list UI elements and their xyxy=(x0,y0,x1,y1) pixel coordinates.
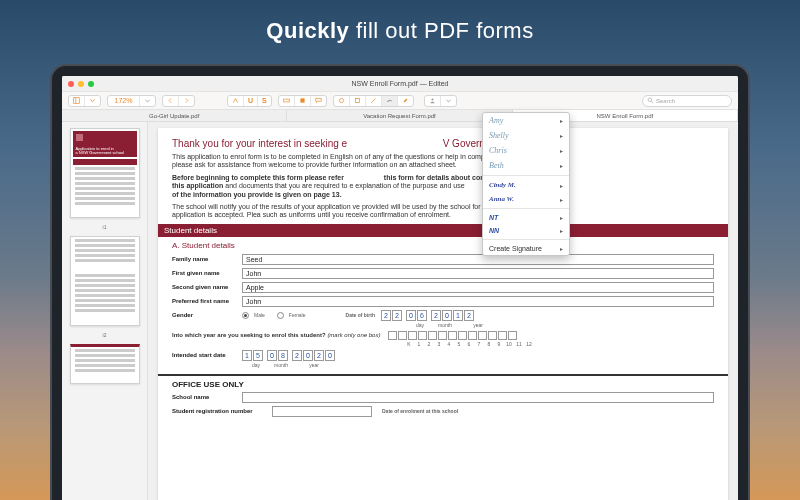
year-box-K[interactable] xyxy=(388,331,397,340)
signature-item-shelly[interactable]: Shelly▸ xyxy=(483,128,569,143)
nav-segment xyxy=(68,95,101,107)
comment-tool-button[interactable] xyxy=(311,96,326,106)
thumbnail-2-label: i2 xyxy=(68,332,141,338)
zoom-select[interactable]: 172% xyxy=(108,96,140,106)
tab-vacation-request[interactable]: Vacation Request Form.pdf xyxy=(287,110,512,121)
school-name-label: School name xyxy=(172,394,242,400)
dob-label: Date of birth xyxy=(346,312,375,318)
registration-field[interactable] xyxy=(272,406,372,417)
draw-tool-button[interactable] xyxy=(366,96,382,106)
year-box-3[interactable] xyxy=(418,331,427,340)
window-titlebar: NSW Enroll Form.pdf — Edited xyxy=(62,76,738,92)
year-label-11: 11 xyxy=(514,341,524,347)
signature-item-cindy[interactable]: Cindy M.▸ xyxy=(483,178,569,192)
second-name-label: Second given name xyxy=(172,284,242,290)
year-label-2: 2 xyxy=(424,341,434,347)
gender-female-radio[interactable] xyxy=(277,312,284,319)
dropdown-chevron-icon[interactable] xyxy=(85,96,100,106)
svg-point-6 xyxy=(431,98,433,100)
family-name-field[interactable]: Seed xyxy=(242,254,714,265)
enrol-year-label: Into which year are you seeking to enrol… xyxy=(172,332,380,338)
year-box-7[interactable] xyxy=(458,331,467,340)
forward-button[interactable] xyxy=(179,96,194,106)
signature-item-beth[interactable]: Beth▸ xyxy=(483,158,569,173)
highlight-tool-button[interactable] xyxy=(228,96,244,106)
pref-name-label: Preferred first name xyxy=(172,298,242,304)
chevron-right-icon: ▸ xyxy=(560,117,563,124)
signature-item-nt[interactable]: NT▸ xyxy=(483,211,569,224)
year-box-11[interactable] xyxy=(498,331,507,340)
year-box-1[interactable] xyxy=(398,331,407,340)
sidebar-toggle-button[interactable] xyxy=(69,96,85,106)
second-name-field[interactable]: Apple xyxy=(242,282,714,293)
intro-para-1: This application to enrol form is to be … xyxy=(172,153,714,170)
toolbar: 172% U S xyxy=(62,92,738,110)
year-box-6[interactable] xyxy=(448,331,457,340)
year-box-5[interactable] xyxy=(438,331,447,340)
family-name-label: Family name xyxy=(172,256,242,262)
chevron-down-icon[interactable] xyxy=(140,96,155,106)
year-box-9[interactable] xyxy=(478,331,487,340)
create-signature-item[interactable]: Create Signature▸ xyxy=(483,242,569,255)
search-input[interactable]: Search xyxy=(642,95,732,107)
pref-name-field[interactable]: John xyxy=(242,296,714,307)
date-enrolment-label: Date of enrolment at this school xyxy=(382,408,458,414)
section-a-heading: A. Student details xyxy=(172,241,714,250)
svg-point-7 xyxy=(648,98,652,102)
user-button[interactable] xyxy=(425,96,441,106)
gender-male-radio[interactable] xyxy=(242,312,249,319)
year-label-10: 10 xyxy=(504,341,514,347)
signature-item-amy[interactable]: Amy▸ xyxy=(483,113,569,128)
gender-male-label: Male xyxy=(254,312,265,318)
year-box-10[interactable] xyxy=(488,331,497,340)
eraser-tool-button[interactable] xyxy=(398,96,413,106)
year-box-2[interactable] xyxy=(408,331,417,340)
stamp-tool-button[interactable] xyxy=(334,96,350,106)
svg-line-8 xyxy=(651,101,653,103)
page-thumbnail-2[interactable] xyxy=(70,236,140,326)
thumbnail-1-label: i1 xyxy=(68,224,141,230)
intro-para-2: Before beginning to complete this form p… xyxy=(172,174,714,199)
year-box-8[interactable] xyxy=(468,331,477,340)
intended-date-label: Intended start date xyxy=(172,352,242,358)
svg-rect-5 xyxy=(355,98,359,102)
strikethrough-tool-button[interactable]: S xyxy=(258,96,271,106)
text-tool-button[interactable] xyxy=(279,96,295,106)
page-viewport[interactable]: Thank you for your interest in seeking e… xyxy=(148,122,738,500)
shape-tool-button[interactable] xyxy=(350,96,366,106)
student-details-banner: Student details xyxy=(158,224,728,237)
window-title: NSW Enroll Form.pdf — Edited xyxy=(62,80,738,87)
year-label-4: 4 xyxy=(444,341,454,347)
first-name-field[interactable]: John xyxy=(242,268,714,279)
svg-rect-0 xyxy=(74,98,80,104)
svg-rect-2 xyxy=(283,99,289,102)
intended-date-boxes[interactable]: 15 08 2020 xyxy=(242,350,335,361)
svg-rect-3 xyxy=(300,98,304,102)
school-name-field[interactable] xyxy=(242,392,714,403)
laptop-frame: NSW Enroll Form.pdf — Edited 172% xyxy=(50,64,750,478)
underline-tool-button[interactable]: U xyxy=(244,96,258,106)
signature-menu: Amy▸ Shelly▸ Chris▸ Beth▸ Cindy M.▸ Anna… xyxy=(482,112,570,256)
note-tool-button[interactable] xyxy=(295,96,311,106)
signature-tool-button[interactable] xyxy=(382,96,398,106)
document-tabs: Go-Girl Update.pdf Vacation Request Form… xyxy=(62,110,738,122)
tab-go-girl[interactable]: Go-Girl Update.pdf xyxy=(62,110,287,121)
chevron-down-icon[interactable] xyxy=(441,96,456,106)
marketing-headline: Quickly fill out PDF forms xyxy=(0,18,800,44)
back-button[interactable] xyxy=(163,96,179,106)
year-box-12[interactable] xyxy=(508,331,517,340)
year-box-4[interactable] xyxy=(428,331,437,340)
year-label-9: 9 xyxy=(494,341,504,347)
annotation-tools: U S xyxy=(227,95,272,107)
enrol-year-boxes[interactable] xyxy=(388,331,517,340)
page-thumbnail-3[interactable] xyxy=(70,344,140,384)
signature-item-chris[interactable]: Chris▸ xyxy=(483,143,569,158)
svg-point-4 xyxy=(339,98,343,102)
search-icon xyxy=(647,97,654,104)
signature-item-anna[interactable]: Anna W.▸ xyxy=(483,192,569,206)
intro-para-3: The school will notify you of the result… xyxy=(172,203,714,220)
signature-item-nn[interactable]: NN▸ xyxy=(483,224,569,237)
dob-boxes[interactable]: 22 06 2012 xyxy=(381,310,474,321)
thumbnail-sidebar: Application to enrol in a NSW Government… xyxy=(62,122,148,500)
page-thumbnail-1[interactable]: Application to enrol in a NSW Government… xyxy=(70,128,140,218)
